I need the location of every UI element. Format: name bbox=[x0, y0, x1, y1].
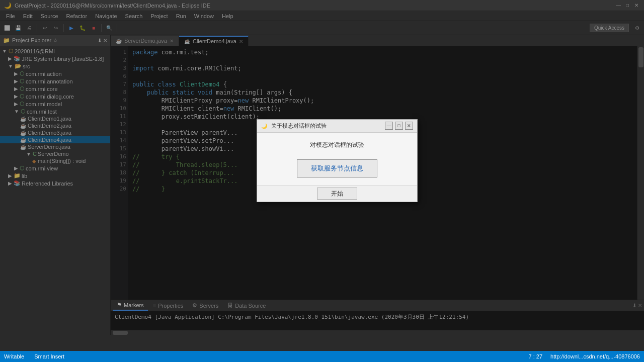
modal-overlay: 🌙 关于模态对话框的试验 — □ ✕ 对模态对话框的试验 获取服务节点信息 开始 bbox=[0, 0, 644, 351]
status-url: http://downl...csdn.net/q...-40876006 bbox=[550, 353, 640, 359]
modal-footer: 开始 bbox=[257, 186, 417, 202]
modal-minimize-button[interactable]: — bbox=[385, 122, 393, 130]
modal-body: 对模态对话框的试验 获取服务节点信息 bbox=[257, 133, 417, 186]
modal-titlebar: 🌙 关于模态对话框的试验 — □ ✕ bbox=[257, 120, 417, 133]
modal-start-button[interactable]: 开始 bbox=[317, 188, 357, 200]
modal-title: 关于模态对话框的试验 bbox=[271, 122, 383, 130]
status-bar: Writable Smart Insert 7 : 27 http://down… bbox=[0, 351, 644, 362]
modal-close-button[interactable]: ✕ bbox=[405, 122, 413, 130]
modal-app-icon: 🌙 bbox=[261, 123, 267, 129]
modal-dialog: 🌙 关于模态对话框的试验 — □ ✕ 对模态对话框的试验 获取服务节点信息 开始 bbox=[257, 119, 418, 202]
status-writable: Writable bbox=[4, 353, 24, 359]
modal-subtitle: 对模态对话框的试验 bbox=[310, 141, 364, 149]
status-position: 7 : 27 bbox=[529, 353, 543, 359]
status-smart-insert: Smart Insert bbox=[34, 353, 64, 359]
modal-maximize-button[interactable]: □ bbox=[395, 122, 403, 130]
fetch-service-nodes-button[interactable]: 获取服务节点信息 bbox=[297, 159, 377, 177]
